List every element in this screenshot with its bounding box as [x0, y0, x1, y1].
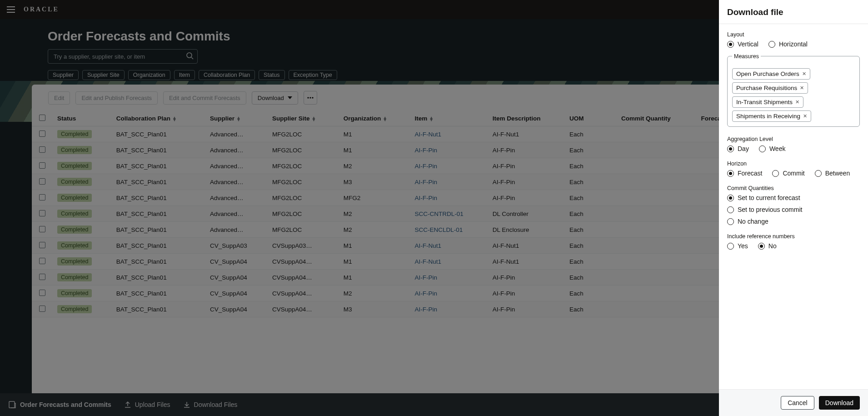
radio-agg-day[interactable]: Day: [727, 145, 749, 152]
chip-label: Purchase Requisitions: [736, 85, 797, 91]
radio-horizon-commit[interactable]: Commit: [772, 170, 804, 177]
chip-label: In-Transit Shipments: [736, 99, 793, 105]
layout-label: Layout: [727, 31, 860, 38]
chip-remove-icon[interactable]: ✕: [802, 71, 806, 77]
radio-ref-yes[interactable]: Yes: [727, 242, 748, 250]
radio-layout-horizontal[interactable]: Horizontal: [768, 40, 808, 48]
measure-chip[interactable]: In-Transit Shipments✕: [732, 96, 803, 108]
cancel-button[interactable]: Cancel: [781, 396, 814, 410]
measure-chip[interactable]: Open Purchase Orders✕: [732, 68, 810, 80]
drawer-title: Download file: [727, 7, 860, 17]
chip-remove-icon[interactable]: ✕: [795, 99, 799, 105]
commitq-label: Commit Quantities: [727, 185, 860, 191]
measures-box: Measures Open Purchase Orders✕Purchase R…: [727, 56, 860, 127]
radio-ref-no[interactable]: No: [758, 242, 777, 250]
chip-label: Open Purchase Orders: [736, 70, 799, 77]
radio-commitq-current[interactable]: Set to current forecast: [727, 194, 860, 201]
radio-horizon-forecast[interactable]: Forecast: [727, 170, 762, 177]
measures-label: Measures: [732, 53, 761, 60]
agg-label: Aggregation Level: [727, 136, 860, 142]
download-submit-button[interactable]: Download: [819, 396, 860, 410]
radio-layout-vertical[interactable]: Vertical: [727, 40, 758, 48]
chip-remove-icon[interactable]: ✕: [800, 85, 804, 91]
download-drawer: Download file Layout Vertical Horizontal…: [719, 0, 868, 416]
chip-remove-icon[interactable]: ✕: [803, 113, 807, 119]
horizon-label: Horizon: [727, 160, 860, 167]
measure-chip[interactable]: Purchase Requisitions✕: [732, 82, 808, 94]
radio-commitq-previous[interactable]: Set to previous commit: [727, 206, 860, 213]
ref-label: Include reference numbers: [727, 233, 860, 240]
radio-agg-week[interactable]: Week: [759, 145, 786, 152]
radio-horizon-between[interactable]: Between: [815, 170, 850, 177]
radio-commitq-none[interactable]: No change: [727, 218, 860, 225]
chip-label: Shipments in Receiving: [736, 113, 800, 120]
measure-chip[interactable]: Shipments in Receiving✕: [732, 110, 811, 122]
